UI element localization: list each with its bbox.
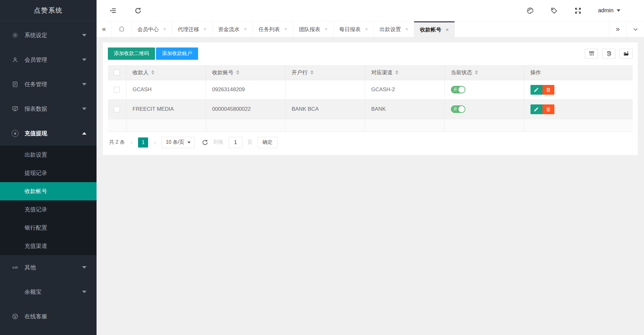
chevron-down-icon	[82, 34, 86, 36]
goto-confirm-button[interactable]: 确定	[258, 137, 278, 148]
sidebar-item-tasks[interactable]: 任务管理	[0, 72, 97, 97]
chevron-down-icon	[617, 9, 620, 12]
tabs-scroll-right-icon[interactable]: »	[609, 21, 626, 37]
column-header: 操作	[530, 70, 541, 75]
sort-icon[interactable]	[151, 70, 154, 75]
close-icon[interactable]: ×	[446, 27, 448, 33]
sidebar-item-receiving-accounts[interactable]: 收款帐号	[0, 182, 97, 200]
pagination-refresh-icon[interactable]	[202, 139, 208, 146]
page-number-button[interactable]: 1	[138, 137, 148, 148]
theme-palette-icon[interactable]	[526, 7, 534, 14]
sidebar-item-label: 任务管理	[25, 81, 82, 88]
sidebar-collapse-icon[interactable]	[109, 7, 117, 14]
sidebar-item-yuebao[interactable]: 余额宝	[0, 280, 97, 304]
edit-button[interactable]	[530, 104, 542, 114]
column-header: 收款人	[133, 69, 149, 76]
sort-icon[interactable]	[236, 70, 239, 75]
sidebar-submenu: 出款设置 提现记录 收款帐号 充值记录 银行配置 充值渠道	[0, 146, 97, 255]
column-header: 对应渠道	[371, 69, 393, 76]
chevron-down-icon	[82, 291, 86, 293]
sidebar-item-bank-config[interactable]: 银行配置	[0, 219, 97, 237]
fullscreen-icon[interactable]	[574, 7, 582, 14]
goto-page-input[interactable]	[229, 137, 242, 148]
row-checkbox[interactable]	[114, 106, 120, 112]
next-page-icon[interactable]: ›	[153, 139, 157, 146]
table-header-row: 收款人 收款账号 开户行 对应渠道 当前状态 操作	[108, 65, 633, 80]
cell-bank: BANK BCA	[285, 99, 365, 119]
cell-bank	[285, 80, 365, 99]
cell-payee: GCASH	[126, 80, 206, 99]
tab-home[interactable]	[112, 21, 132, 37]
sidebar-item-label: 会员管理	[25, 56, 82, 64]
prev-page-icon[interactable]: ‹	[130, 139, 133, 146]
sort-icon[interactable]	[395, 70, 398, 75]
topbar: admin	[97, 0, 644, 21]
sidebar-item-recharge-withdraw[interactable]: ¥ 充值提现	[0, 121, 97, 146]
sidebar-item-system-settings[interactable]: 系统设定	[0, 23, 97, 47]
select-all-checkbox[interactable]	[114, 70, 120, 75]
tab-payout-settings[interactable]: 出款设置×	[374, 21, 414, 37]
sidebar-item-recharge-channels[interactable]: 充值渠道	[0, 237, 97, 255]
table-row: FREECIT MEDIA 0000045800022 BANK BCA BAN…	[108, 99, 633, 119]
close-icon[interactable]: ×	[244, 26, 247, 32]
tab-receiving-accounts[interactable]: 收款帐号×	[414, 21, 454, 37]
tag-icon[interactable]	[550, 7, 558, 14]
export-icon[interactable]	[619, 49, 633, 59]
sidebar-item-members[interactable]: 会员管理	[0, 47, 97, 72]
link-icon	[11, 264, 19, 271]
tab-team-report[interactable]: 团队报表×	[293, 21, 333, 37]
sort-icon[interactable]	[310, 70, 314, 75]
filter-columns-icon[interactable]	[585, 49, 598, 59]
sidebar-menu: 系统设定 会员管理 任务管理 报表	[0, 21, 97, 329]
status-toggle[interactable]: 开	[451, 105, 465, 113]
tabs-menu-icon[interactable]	[626, 21, 644, 37]
cell-channel: GCASH-2	[365, 80, 444, 99]
user-icon	[11, 56, 19, 64]
sidebar-item-reports[interactable]: 报表数据	[0, 97, 97, 121]
goto-prefix: 到第	[214, 139, 224, 146]
tab-fund-flow[interactable]: 资金流水×	[213, 21, 253, 37]
username: admin	[598, 7, 613, 14]
close-icon[interactable]: ×	[365, 26, 368, 32]
delete-button[interactable]	[542, 85, 554, 95]
gear-icon	[11, 31, 19, 39]
tab-agent-migration[interactable]: 代理迁移×	[172, 21, 212, 37]
status-toggle[interactable]: 开	[451, 86, 465, 93]
yen-icon: ¥	[11, 130, 19, 137]
user-menu[interactable]: admin	[598, 7, 620, 14]
sidebar-item-other[interactable]: 其他	[0, 255, 97, 280]
main-area: admin « 会员中心× 代理迁移× 资金流水× 任务列表× 团队报表× 每日…	[97, 0, 644, 335]
page-size-select[interactable]: 10 条/页	[162, 137, 195, 148]
tab-member-center[interactable]: 会员中心×	[132, 21, 172, 37]
delete-button[interactable]	[542, 104, 554, 114]
refresh-icon[interactable]	[134, 7, 142, 14]
sidebar-item-payout-settings[interactable]: 出款设置	[0, 146, 97, 164]
sidebar: 点赞系统 系统设定 会员管理 任务管理	[0, 0, 97, 335]
sidebar-item-label: 其他	[25, 264, 82, 271]
sidebar-item-online-service[interactable]: 在线客服	[0, 304, 97, 329]
app-title: 点赞系统	[0, 0, 97, 21]
pagination: 共 2 条 ‹ 1 › 10 条/页 到第 页 确定	[108, 132, 633, 152]
sidebar-item-label: 系统设定	[25, 31, 82, 39]
chart-icon	[11, 105, 19, 113]
row-checkbox[interactable]	[114, 87, 120, 93]
close-icon[interactable]: ×	[325, 26, 327, 32]
print-icon[interactable]	[602, 49, 615, 59]
pagination-total: 共 2 条	[109, 139, 125, 146]
close-icon[interactable]: ×	[203, 26, 206, 32]
topbar-left	[109, 7, 142, 14]
sidebar-item-withdraw-records[interactable]: 提现记录	[0, 164, 97, 182]
close-icon[interactable]: ×	[284, 26, 287, 32]
add-qr-button[interactable]: 添加收款二维码	[108, 47, 155, 60]
tabbar: « 会员中心× 代理迁移× 资金流水× 任务列表× 团队报表× 每日报表× 出款…	[97, 21, 644, 37]
edit-button[interactable]	[530, 85, 542, 95]
sort-icon[interactable]	[475, 70, 478, 75]
close-icon[interactable]: ×	[405, 26, 408, 32]
add-account-button[interactable]: 添加收款账户	[156, 47, 198, 60]
sidebar-item-recharge-records[interactable]: 充值记录	[0, 200, 97, 219]
tab-task-list[interactable]: 任务列表×	[253, 21, 293, 37]
goto-suffix: 页	[247, 139, 253, 146]
tab-daily-report[interactable]: 每日报表×	[334, 21, 374, 37]
close-icon[interactable]: ×	[163, 26, 166, 32]
tabs-scroll-left-icon[interactable]: «	[97, 21, 112, 37]
